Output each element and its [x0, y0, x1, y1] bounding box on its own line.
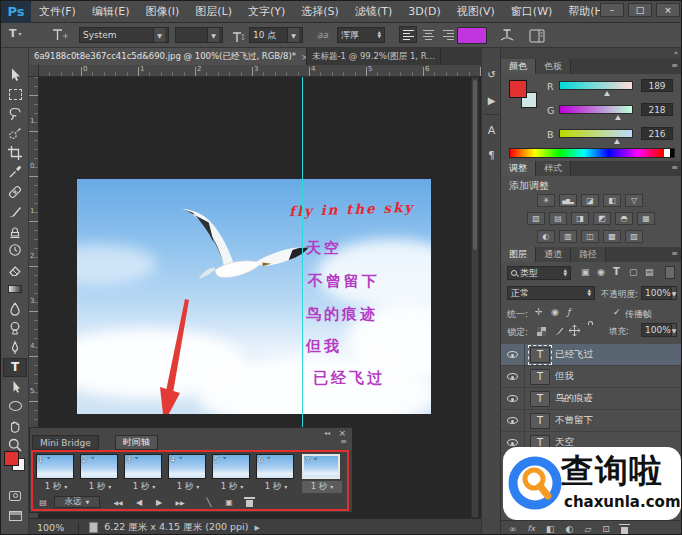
- adjustment-icon-threshold[interactable]: ◫: [581, 230, 599, 243]
- slider-thumb[interactable]: [604, 91, 610, 96]
- screen-mode-button[interactable]: [3, 506, 27, 525]
- pen-tool[interactable]: [3, 338, 27, 357]
- panel-menu-icon[interactable]: ≡: [666, 161, 682, 176]
- zoom-level[interactable]: 100%: [37, 522, 64, 533]
- text-orientation-toggle[interactable]: [51, 27, 69, 47]
- unify-position-icon[interactable]: ✛: [535, 307, 543, 317]
- minimize-button[interactable]: –: [600, 3, 624, 17]
- layer-filter-select[interactable]: 类型: [507, 266, 571, 280]
- filter-adjustment-layers-icon[interactable]: ◉: [597, 267, 605, 277]
- document-tab-1[interactable]: 6a9188c0t8e367cc41c5d&690.jpg @ 100%(已经飞…: [29, 48, 307, 65]
- collapse-panels-icon[interactable]: »: [674, 49, 678, 57]
- warp-text-button[interactable]: [499, 28, 515, 47]
- frame-duration[interactable]: 1 秒 ▾: [124, 481, 164, 493]
- toggle-panels-button[interactable]: [529, 28, 545, 47]
- tab-timeline[interactable]: 时间轴: [115, 435, 158, 450]
- document-info[interactable]: 6.22 厘米 x 4.15 厘米 (200 ppi): [104, 521, 248, 534]
- propagate-checkbox[interactable]: ✓: [613, 307, 621, 317]
- b-value-field[interactable]: 216: [641, 127, 673, 140]
- g-value-field[interactable]: 218: [641, 103, 673, 116]
- text-color-swatch[interactable]: [457, 27, 487, 44]
- layer-group-icon[interactable]: ▱: [584, 524, 591, 534]
- adjustment-icon-black-white[interactable]: ◨: [571, 212, 589, 225]
- ruler-origin[interactable]: [29, 65, 39, 77]
- path-selection-tool[interactable]: [3, 377, 27, 396]
- vertical-scrollbar[interactable]: [471, 77, 479, 518]
- font-size-select[interactable]: 10 点 ▼: [249, 27, 303, 43]
- close-button[interactable]: ×: [656, 3, 680, 17]
- dodge-tool[interactable]: [3, 319, 27, 338]
- blur-tool[interactable]: [3, 299, 27, 318]
- history-brush-tool[interactable]: [3, 241, 27, 260]
- visibility-eye-icon[interactable]: [507, 373, 518, 380]
- lock-pixels-icon[interactable]: [553, 325, 564, 336]
- scrollbar-thumb[interactable]: [473, 80, 477, 250]
- frame-duration[interactable]: 1 秒 ▾: [302, 481, 342, 493]
- frame-5[interactable]: 5 1 秒 ▾: [212, 454, 252, 493]
- previous-frame-button[interactable]: ◀: [132, 496, 146, 508]
- r-value-field[interactable]: 189: [641, 79, 673, 92]
- adjustment-layer-icon[interactable]: ◐: [566, 524, 574, 534]
- type-tool-preset[interactable]: T ▾: [9, 27, 22, 40]
- hand-tool[interactable]: [3, 416, 27, 435]
- frame-7-selected[interactable]: 7 1 秒 ▾: [302, 454, 342, 493]
- marquee-tool[interactable]: [3, 85, 27, 104]
- first-frame-button[interactable]: ◀◀: [110, 496, 126, 508]
- menu-image[interactable]: 图像(I): [137, 1, 187, 23]
- type-layer-thumbnail[interactable]: T: [530, 391, 550, 407]
- tab-paths[interactable]: 路径: [571, 247, 606, 262]
- panel-menu-icon[interactable]: ≡: [666, 59, 682, 74]
- menu-filter[interactable]: 滤镜(T): [347, 1, 400, 23]
- character-panel-button[interactable]: A: [483, 122, 500, 139]
- history-panel-button[interactable]: ↺: [483, 66, 500, 83]
- paragraph-panel-button[interactable]: ¶: [483, 147, 500, 164]
- menu-layer[interactable]: 图层(L): [187, 1, 240, 23]
- menu-type[interactable]: 文字(Y): [240, 1, 293, 23]
- delete-layer-icon[interactable]: [621, 527, 628, 534]
- adjustment-icon-invert[interactable]: ◐: [537, 230, 555, 243]
- status-arrow-icon[interactable]: ▶: [254, 524, 259, 532]
- convert-timeline-button[interactable]: ▤: [36, 496, 50, 508]
- maximize-button[interactable]: □: [628, 3, 652, 17]
- adjustment-icon-exposure[interactable]: ◧: [603, 194, 621, 207]
- filter-toggle-switch[interactable]: [665, 266, 675, 279]
- black-swatch[interactable]: [670, 149, 674, 157]
- tab-channels[interactable]: 通道: [536, 247, 571, 262]
- eyedropper-tool[interactable]: [3, 163, 27, 182]
- crop-tool[interactable]: [3, 143, 27, 162]
- align-left-button[interactable]: [399, 26, 417, 43]
- watermark-url[interactable]: chaxunla.com: [564, 493, 681, 511]
- blend-mode-select[interactable]: 正常: [507, 286, 595, 300]
- adjustment-icon-hue-saturation[interactable]: ▧: [527, 212, 545, 225]
- lock-transparency-icon[interactable]: [537, 327, 546, 336]
- adjustment-icon-levels[interactable]: ▅▇▃: [559, 194, 577, 207]
- unify-style-icon[interactable]: ƒ: [567, 307, 570, 317]
- menu-edit[interactable]: 编辑(E): [84, 1, 138, 23]
- filter-shape-layers-icon[interactable]: ▢: [629, 267, 638, 277]
- panel-menu-icon[interactable]: ≡: [340, 437, 347, 446]
- frame-3[interactable]: 3 1 秒 ▾: [124, 454, 164, 493]
- unify-visibility-icon[interactable]: ◉: [551, 307, 559, 317]
- adjustment-icon-color-balance[interactable]: ▤: [549, 212, 567, 225]
- layer-mask-icon[interactable]: ◧: [546, 524, 555, 534]
- adjustment-icon-curves[interactable]: ◪: [581, 194, 599, 207]
- tab-color[interactable]: 颜色: [501, 59, 536, 74]
- adjustment-icon-color-lookup[interactable]: ▦: [637, 212, 655, 225]
- next-frame-button[interactable]: ▶▶: [172, 496, 188, 508]
- layer-row-danwo[interactable]: T 但我: [501, 366, 682, 388]
- type-tool[interactable]: T: [3, 358, 27, 377]
- frame-6[interactable]: 6 1 秒 ▾: [256, 454, 296, 493]
- frame-duration[interactable]: 1 秒 ▾: [256, 481, 296, 493]
- tab-adjustments[interactable]: 调整: [501, 161, 536, 176]
- foreground-color-well[interactable]: [509, 80, 527, 98]
- tab-close-icon[interactable]: ×: [440, 52, 441, 62]
- actions-panel-button[interactable]: ▶: [483, 92, 500, 109]
- tab-layers[interactable]: 图层: [501, 247, 536, 262]
- visibility-eye-icon[interactable]: [507, 351, 518, 358]
- adjustment-icon-photo-filter[interactable]: ◩: [593, 212, 611, 225]
- tween-button[interactable]: ╲: [202, 496, 216, 508]
- r-slider[interactable]: [559, 81, 633, 90]
- filter-type-layers-icon[interactable]: T: [613, 266, 620, 277]
- align-center-button[interactable]: [419, 26, 437, 43]
- delete-frame-button[interactable]: [242, 496, 256, 508]
